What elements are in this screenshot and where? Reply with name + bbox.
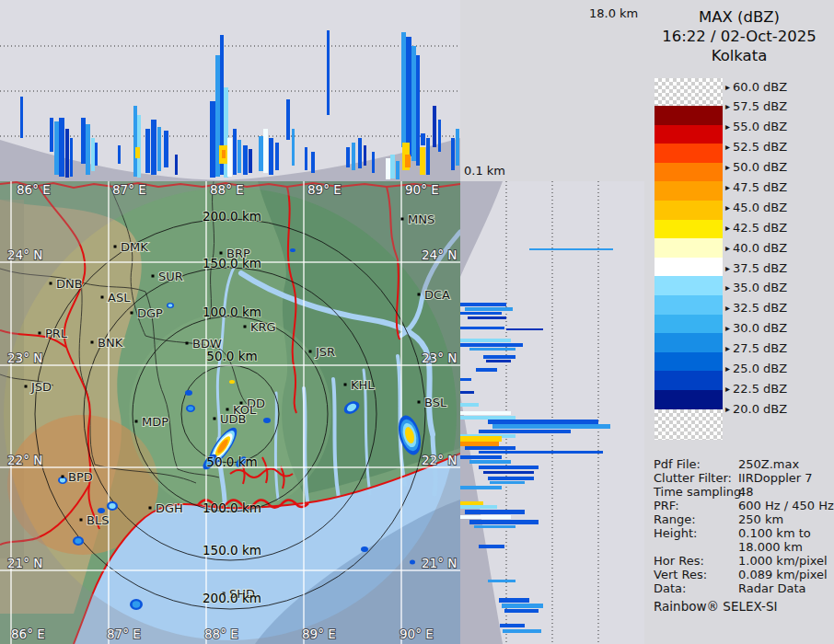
city-label-SUR: SUR (158, 270, 183, 283)
dbz-scale-label: 27.5 dBZ (725, 342, 787, 355)
range-ring-label: 150.0 km (203, 256, 261, 270)
dbz-swatch (654, 220, 723, 239)
lon-label-bottom: 86° E (11, 627, 45, 641)
dbz-swatch (654, 181, 723, 201)
city-dot-MDP (135, 420, 138, 423)
city-label-KHL: KHL (351, 378, 375, 392)
metadata-value: 0.089 km/pixel (738, 568, 828, 581)
lat-label-left: 24° N (7, 247, 42, 262)
city-dot-DMK (114, 246, 117, 248)
dbz-swatch (654, 371, 723, 390)
city-dot-BNK (91, 341, 94, 344)
dbz-swatch (654, 163, 723, 182)
lon-label-bottom: 90° E (400, 627, 434, 641)
dbz-swatch (654, 106, 723, 125)
top-height-profile-panel (0, 0, 460, 181)
city-dot-KOL (226, 408, 229, 411)
dbz-scale-label: 20.0 dBZ (725, 403, 787, 416)
city-label-MDP: MDP (142, 415, 168, 429)
city-label-BPD: BPD (68, 470, 93, 484)
metadata-label: Hor Res: (654, 554, 704, 568)
metadata-label: PRF: (654, 499, 679, 512)
right-profile-gridlines (506, 181, 598, 644)
city-label-DMK: DMK (121, 240, 148, 254)
city-label-BSL: BSL (424, 396, 447, 409)
metadata-value: 1.000 km/pixel (738, 554, 828, 568)
height-axis-max-label: 18.0 km (589, 6, 638, 20)
lon-label-top: 87° E (112, 182, 146, 197)
city-label-DCA: DCA (424, 288, 450, 302)
dbz-swatch (654, 409, 723, 440)
lon-label-bottom: 89° E (302, 627, 336, 641)
city-dot-SUR (152, 275, 155, 278)
top-profile-gridlines (0, 46, 460, 136)
echo-cell (73, 536, 84, 546)
dbz-scale-label: 45.0 dBZ (725, 201, 787, 214)
city-label-DGP: DGP (137, 306, 163, 320)
dbz-swatch (654, 144, 723, 163)
metadata-value: 250Z.max (738, 457, 799, 471)
dbz-scale-label: 47.5 dBZ (725, 181, 787, 194)
range-ring-label: 200.0 km (203, 209, 261, 224)
city-dot-PRL (39, 332, 41, 335)
city-dot-MNS (401, 218, 404, 221)
metadata-value: IIRDoppler 7 (738, 471, 813, 485)
right-height-profile-panel (460, 181, 644, 644)
dbz-scale-label: 42.5 dBZ (725, 222, 787, 235)
lon-label-bottom: 87° E (107, 627, 141, 641)
range-ring-label: 150.0 km (203, 543, 261, 558)
range-ring-label: 100.0 km (203, 500, 261, 515)
echo-cell (263, 418, 271, 423)
lat-label-right: 23° N (422, 351, 457, 365)
echo-cell (186, 405, 195, 412)
echo-cell (410, 560, 415, 565)
product-title: MAX (dBZ) (644, 7, 834, 27)
radar-display-window: { "title": { "product": "MAX (dBZ)", "ti… (0, 0, 834, 644)
dbz-swatch (654, 295, 723, 315)
city-label-DNB: DNB (56, 277, 83, 291)
lon-label-bottom: 88° E (204, 627, 238, 641)
echo-cell (167, 303, 174, 308)
top-profile-plot (0, 0, 460, 181)
metadata-value: 600 Hz / 450 Hz (738, 499, 834, 512)
echo-cell (229, 380, 235, 384)
range-ring-label: 100.0 km (203, 305, 261, 319)
dbz-scale-label: 25.0 dBZ (725, 362, 787, 375)
dbz-scale-label: 60.0 dBZ (725, 81, 787, 94)
dbz-scale-label: 22.5 dBZ (725, 383, 787, 396)
lat-label-left: 23° N (7, 351, 42, 365)
range-ring-label: 200.0 km (203, 591, 261, 605)
radar-map: DMKSURDNBASLDGPBRPMNSDCAKRGBDWJSRBNKPRLJ… (0, 181, 460, 644)
metadata-label: Range: (654, 512, 696, 526)
lat-label-left: 22° N (7, 453, 42, 467)
lon-label-top: 86° E (17, 182, 51, 197)
dbz-swatch (654, 201, 723, 220)
dbz-scale-label: 37.5 dBZ (725, 262, 787, 275)
legend-panel: MAX (dBZ) 16:22 / 02-Oct-2025 Kolkata Ra… (644, 0, 834, 644)
top-profile-echo-bars (20, 30, 459, 179)
echo-cell (290, 248, 295, 252)
range-ring-label: 50.0 km (206, 454, 257, 469)
below-beam-wedge-north (460, 181, 503, 277)
dbz-scale-label: 57.5 dBZ (725, 100, 787, 113)
city-dot-BSL (418, 401, 421, 404)
city-dot-UDB (214, 418, 216, 420)
city-label-DGH: DGH (156, 501, 183, 515)
dbz-scale-label: 35.0 dBZ (725, 282, 787, 294)
city-dot-KHL (344, 384, 347, 386)
dbz-scale-label: 32.5 dBZ (725, 302, 787, 315)
dbz-swatch (654, 276, 723, 295)
dbz-swatch (654, 125, 723, 144)
metadata-label: Clutter Filter: (654, 471, 732, 485)
dbz-scale-label: 52.5 dBZ (725, 141, 787, 154)
metadata-label: Vert Res: (654, 568, 707, 581)
dbz-scale-label: 50.0 dBZ (725, 161, 787, 174)
dbz-swatch (654, 78, 723, 106)
dbz-scale-label: 55.0 dBZ (725, 121, 787, 133)
city-dot-DNB (50, 282, 52, 285)
city-label-MNS: MNS (408, 213, 434, 226)
city-dot-DCA (418, 293, 421, 296)
echo-cell (185, 390, 192, 396)
city-dot-BLS (80, 519, 83, 522)
echo-cell (130, 599, 143, 610)
